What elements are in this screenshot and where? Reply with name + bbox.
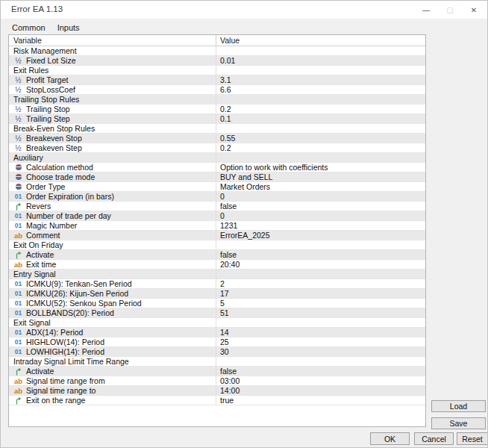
- param-row[interactable]: Exit on the rangetrue: [9, 396, 425, 405]
- param-value[interactable]: 3.1: [220, 75, 231, 84]
- param-value[interactable]: false: [220, 250, 237, 259]
- param-label: Profit Target: [26, 75, 68, 84]
- param-row[interactable]: abSignal time range from03:00: [9, 376, 425, 386]
- param-row[interactable]: 01LOWHIGH(14): Period30: [9, 347, 425, 357]
- section-row[interactable]: Entry Signal: [9, 270, 425, 279]
- param-value[interactable]: Market Orders: [220, 182, 270, 191]
- int-type-icon: 01: [13, 338, 24, 346]
- param-value[interactable]: 30: [220, 347, 229, 356]
- section-row[interactable]: Intraday Signal Limit Time Range: [9, 357, 425, 367]
- param-label: ICMKU(26): Kijun-Sen Period: [26, 289, 128, 298]
- param-value[interactable]: 20:40: [220, 260, 240, 269]
- param-value[interactable]: 0.2: [220, 143, 231, 152]
- bool-type-icon: [13, 367, 24, 376]
- string-type-icon: ab: [13, 261, 24, 269]
- param-value[interactable]: 5: [220, 299, 225, 308]
- param-value[interactable]: 51: [220, 308, 229, 317]
- load-button[interactable]: Load: [431, 400, 486, 412]
- param-value[interactable]: 0: [220, 211, 225, 220]
- section-row[interactable]: Trailing Stop Rules: [9, 95, 425, 105]
- param-value[interactable]: 14:00: [220, 386, 240, 395]
- param-row[interactable]: 01Magic Number1231: [9, 221, 425, 231]
- param-row[interactable]: 01Order Expiration (in bars)0: [9, 192, 425, 202]
- param-value[interactable]: 17: [220, 289, 229, 298]
- section-row[interactable]: Risk Management: [9, 46, 425, 56]
- param-value[interactable]: false: [220, 202, 237, 211]
- param-row[interactable]: ½Breakeven Step0.2: [9, 143, 425, 153]
- int-type-icon: 01: [13, 193, 24, 200]
- param-value[interactable]: 0.1: [220, 114, 231, 123]
- param-row[interactable]: 01ADX(14): Period14: [9, 328, 425, 337]
- param-value[interactable]: 2: [220, 279, 225, 288]
- minimize-icon[interactable]: —: [414, 1, 438, 19]
- param-value[interactable]: Option to work with coefficients: [220, 163, 328, 172]
- param-row[interactable]: 01ICMKU(26): Kijun-Sen Period17: [9, 289, 425, 299]
- column-header-value[interactable]: Value: [216, 35, 425, 46]
- param-row[interactable]: ½StopLossCoef6.6: [9, 85, 425, 95]
- param-row[interactable]: Order TypeMarket Orders: [9, 182, 425, 192]
- section-row[interactable]: Break-Even Stop Rules: [9, 124, 425, 134]
- param-label: Revers: [26, 202, 51, 211]
- param-row[interactable]: 01Number of trade per day0: [9, 211, 425, 221]
- param-value[interactable]: 0.01: [220, 56, 235, 65]
- double-type-icon: ½: [13, 134, 24, 143]
- param-value[interactable]: 1231: [220, 221, 237, 230]
- param-row[interactable]: abSignal time range to14:00: [9, 386, 425, 396]
- maximize-icon: ▢: [438, 1, 462, 19]
- section-label: Trailing Stop Rules: [13, 95, 79, 104]
- param-row[interactable]: ½Breakeven Stop0.55: [9, 134, 425, 143]
- param-label: Activate: [26, 250, 54, 259]
- section-row[interactable]: Exit Signal: [9, 318, 425, 328]
- param-row[interactable]: 01ICMKU(9): Tenkan-Sen Period2: [9, 279, 425, 289]
- param-table-body: Risk Management½Fixed Lot Size0.01Exit R…: [9, 46, 425, 405]
- param-value[interactable]: ErrorEA_2025: [220, 231, 270, 240]
- int-type-icon: 01: [13, 299, 24, 307]
- param-row[interactable]: 01HIGHLOW(14): Period25: [9, 337, 425, 347]
- titlebar[interactable]: Error EA 1.13 — ▢ ✕: [1, 1, 487, 19]
- param-value[interactable]: BUY and SELL: [220, 172, 272, 181]
- param-label: Breakeven Stop: [26, 134, 82, 143]
- param-row[interactable]: ½Fixed Lot Size0.01: [9, 56, 425, 66]
- param-label: Exit on the range: [26, 396, 85, 405]
- param-row[interactable]: 01BOLLBANDS(20): Period51: [9, 308, 425, 318]
- param-value[interactable]: 0.2: [220, 105, 231, 113]
- param-label: ICMKU(52): Senkou Span Period: [26, 299, 142, 308]
- param-row[interactable]: abCommentErrorEA_2025: [9, 231, 425, 240]
- param-row[interactable]: abExit time20:40: [9, 260, 425, 270]
- param-value[interactable]: 03:00: [220, 376, 240, 385]
- section-row[interactable]: Exit Rules: [9, 66, 425, 75]
- param-row[interactable]: ½Profit Target3.1: [9, 75, 425, 85]
- param-value[interactable]: 14: [220, 328, 229, 337]
- param-label: LOWHIGH(14): Period: [26, 347, 104, 356]
- param-value[interactable]: 0: [220, 192, 225, 201]
- param-row[interactable]: Choose trade modeBUY and SELL: [9, 172, 425, 182]
- string-type-icon: ab: [13, 231, 24, 240]
- param-value[interactable]: false: [220, 367, 237, 376]
- column-header-variable[interactable]: Variable: [9, 35, 216, 46]
- reset-button[interactable]: Reset: [457, 432, 488, 445]
- ok-button[interactable]: OK: [370, 432, 410, 445]
- param-row[interactable]: ½Trailing Stop0.2: [9, 105, 425, 114]
- param-value[interactable]: 25: [220, 337, 229, 346]
- param-row[interactable]: 01ICMKU(52): Senkou Span Period5: [9, 299, 425, 308]
- save-button[interactable]: Save: [431, 417, 486, 429]
- close-icon[interactable]: ✕: [462, 1, 486, 19]
- section-label: Entry Signal: [13, 270, 56, 279]
- param-value[interactable]: true: [220, 396, 234, 405]
- param-row[interactable]: Calculation methodOption to work with co…: [9, 163, 425, 172]
- section-row[interactable]: Auxiliary: [9, 153, 425, 163]
- param-row[interactable]: Activatefalse: [9, 250, 425, 260]
- int-type-icon: 01: [13, 222, 24, 229]
- ea-settings-dialog: Error EA 1.13 — ▢ ✕ Common Inputs Variab…: [0, 0, 488, 448]
- param-value[interactable]: 0.55: [220, 134, 235, 143]
- cancel-button[interactable]: Cancel: [414, 432, 454, 445]
- param-label: ADX(14): Period: [26, 328, 83, 337]
- param-row[interactable]: Activatefalse: [9, 367, 425, 376]
- param-value[interactable]: 6.6: [220, 85, 231, 94]
- param-row[interactable]: ½Trailing Step0.1: [9, 114, 425, 124]
- param-row[interactable]: Reversfalse: [9, 202, 425, 211]
- param-label: BOLLBANDS(20): Period: [26, 308, 114, 317]
- param-label: Activate: [26, 367, 54, 376]
- section-row[interactable]: Exit On Friday: [9, 240, 425, 250]
- section-label: Exit Signal: [13, 318, 51, 327]
